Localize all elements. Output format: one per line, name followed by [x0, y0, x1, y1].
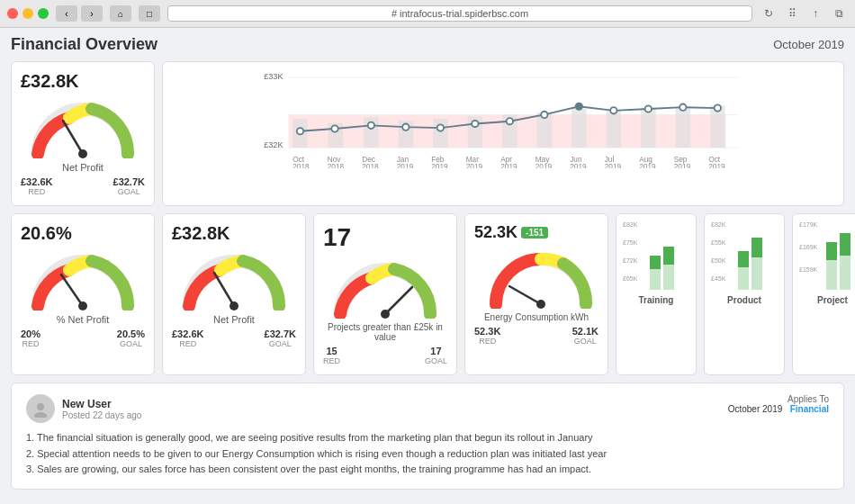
- np2-goal-lbl: GOAL: [265, 339, 296, 348]
- user-posted: Posted 22 days ago: [62, 410, 141, 420]
- energy-label: Energy Consumption kWh: [484, 312, 589, 322]
- browser-chrome: ‹ › ⌂ □ # intrafocus-trial.spiderbsc.com…: [0, 0, 855, 28]
- svg-point-21: [297, 128, 303, 134]
- top-row: £32.8K Net Profit: [11, 61, 844, 206]
- user-name: New User: [62, 398, 141, 410]
- browser-actions: ↻ ⠿ ↑ ⧉: [760, 5, 848, 22]
- training-card: £82K £75K £72K £65K Training: [616, 213, 697, 375]
- net-profit-pct-label: % Net Profit: [57, 314, 110, 325]
- svg-text:2019: 2019: [397, 163, 414, 168]
- gauge2-svg: [180, 248, 288, 310]
- page-content: Financial Overview October 2019 £32.8K: [0, 28, 855, 504]
- svg-point-30: [610, 107, 616, 113]
- gauge-projects-svg: [331, 256, 439, 319]
- maximize-button-icon[interactable]: [38, 8, 49, 19]
- svg-rect-81: [738, 251, 749, 267]
- projects-card: 17 Projects greater than £25k in value 1…: [313, 213, 457, 375]
- line-chart-card: £33K £32K: [162, 61, 844, 206]
- net-profit-goal-lbl: GOAL: [113, 187, 145, 196]
- applies-label: Applies To: [728, 394, 829, 404]
- net-profit2-card: £32.8K Net Profit £32.6K RED £32: [162, 213, 306, 375]
- pct-red-lbl: RED: [21, 339, 40, 348]
- svg-point-24: [402, 124, 409, 130]
- product-chart-svg: £82K £55K £50K £45K: [711, 220, 778, 292]
- tab-button[interactable]: □: [139, 5, 160, 22]
- svg-text:£179K: £179K: [799, 221, 818, 228]
- energy-red-lbl: RED: [474, 337, 500, 346]
- refresh-button[interactable]: ↻: [760, 5, 778, 22]
- training-label: Training: [639, 295, 674, 305]
- np2-red-lbl: RED: [172, 339, 203, 348]
- project-chart-svg: £179K £169K £159K: [799, 220, 856, 292]
- net-profit-pct-value: 20.6%: [21, 223, 72, 244]
- close-button-icon[interactable]: [7, 8, 18, 19]
- comment-text: 1. The financial situation is generally …: [26, 430, 829, 478]
- svg-text:£72K: £72K: [623, 257, 638, 264]
- svg-text:2019: 2019: [431, 163, 448, 168]
- svg-text:£33K: £33K: [264, 72, 283, 81]
- net-profit-goal-stat: £32.7K GOAL: [113, 176, 145, 196]
- projects-gauge: [331, 256, 439, 319]
- svg-text:2019: 2019: [570, 163, 587, 168]
- pct-goal-stat: 20.5% GOAL: [117, 328, 145, 348]
- svg-point-26: [472, 121, 478, 127]
- pct-goal-lbl: GOAL: [117, 339, 145, 348]
- proj-goal-val: 17: [425, 346, 447, 356]
- avatar-icon: [32, 400, 50, 418]
- proj-red-val: 15: [323, 346, 340, 356]
- product-card: £82K £55K £50K £45K Product: [704, 213, 785, 375]
- net-profit2-label: Net Profit: [213, 314, 255, 325]
- svg-point-92: [34, 412, 47, 418]
- minimize-button-icon[interactable]: [22, 8, 33, 19]
- svg-text:£45K: £45K: [711, 275, 726, 282]
- forward-button[interactable]: ›: [81, 5, 103, 22]
- energy-card: 52.3K -151 Energy Consumption kWh: [464, 213, 608, 375]
- address-bar[interactable]: # intrafocus-trial.spiderbsc.com: [167, 5, 752, 22]
- svg-point-65: [381, 310, 390, 319]
- comment-line-3: 3. Sales are growing, our sales force ha…: [26, 462, 829, 478]
- svg-text:2019: 2019: [605, 163, 622, 168]
- svg-text:£32K: £32K: [264, 140, 283, 149]
- projects-stats: 15 RED 17 GOAL: [323, 346, 447, 365]
- second-row: 20.6% % Net Profit 20% RED 20.5%: [11, 213, 844, 375]
- net-profit2-gauge: [180, 248, 288, 310]
- home-button[interactable]: ⌂: [110, 5, 131, 22]
- comment-line-2: 2. Special attention needs to be given t…: [26, 446, 829, 463]
- svg-rect-18: [641, 108, 656, 148]
- energy-red-val: 52.3K: [474, 326, 500, 337]
- projects-value: 17: [323, 223, 351, 252]
- svg-rect-19: [676, 106, 691, 148]
- grid-button[interactable]: ⠿: [783, 5, 801, 22]
- net-profit-pct-stats: 20% RED 20.5% GOAL: [21, 328, 145, 348]
- svg-text:2018: 2018: [328, 163, 345, 168]
- comment-line-1: 1. The financial situation is generally …: [26, 430, 829, 446]
- svg-rect-16: [572, 109, 587, 148]
- project-chart: £179K £169K £159K: [796, 220, 855, 292]
- svg-point-91: [37, 403, 44, 410]
- svg-point-25: [437, 124, 444, 130]
- svg-rect-88: [826, 242, 837, 260]
- svg-text:£75K: £75K: [623, 239, 638, 246]
- svg-point-33: [715, 104, 721, 111]
- applies-period: October 2019: [728, 404, 783, 414]
- svg-point-27: [507, 118, 513, 124]
- back-button[interactable]: ‹: [56, 5, 77, 22]
- comment-header: New User Posted 22 days ago Applies To O…: [26, 394, 829, 423]
- duplicate-button[interactable]: ⧉: [830, 5, 848, 22]
- projects-label: Projects greater than £25k in value: [323, 322, 447, 342]
- svg-point-29: [576, 104, 582, 110]
- svg-text:£55K: £55K: [711, 239, 726, 246]
- net-profit-gauge-card: £32.8K Net Profit: [11, 61, 155, 206]
- energy-red-stat: 52.3K RED: [474, 326, 500, 346]
- svg-line-66: [509, 286, 541, 304]
- svg-point-22: [331, 125, 338, 131]
- svg-rect-17: [607, 111, 622, 148]
- page-title: Financial Overview: [11, 35, 158, 54]
- share-button[interactable]: ↑: [806, 5, 824, 22]
- comment-card: New User Posted 22 days ago Applies To O…: [11, 382, 844, 490]
- np2-goal-val: £32.7K: [265, 328, 296, 339]
- user-details: New User Posted 22 days ago: [62, 398, 141, 420]
- svg-line-64: [385, 287, 412, 314]
- svg-text:2018: 2018: [362, 163, 379, 168]
- pct-red-val: 20%: [21, 328, 40, 339]
